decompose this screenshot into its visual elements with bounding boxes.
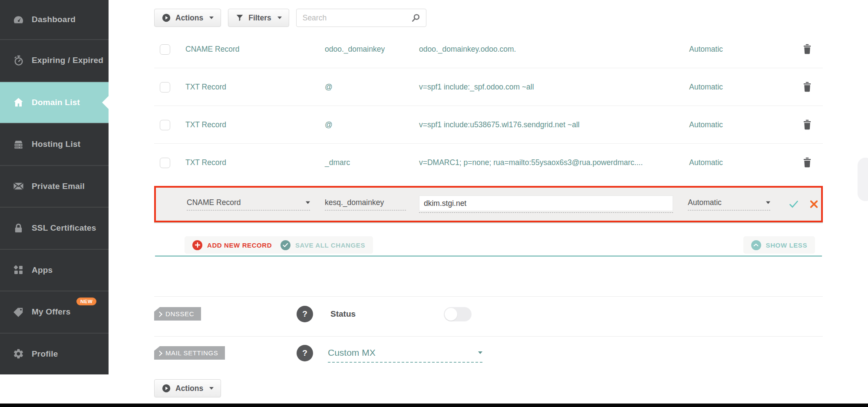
scrollbar-thumb[interactable] <box>858 158 868 201</box>
chevron-down-icon <box>478 351 482 354</box>
active-item-arrow <box>102 96 109 109</box>
record-host: _dmarc <box>325 158 350 167</box>
chevron-up-circle-icon <box>751 240 761 250</box>
table-row: CNAME Record odoo._domainkey odoo._domai… <box>154 30 823 68</box>
sidebar-item-label: Domain List <box>32 98 80 107</box>
record-type-value: CNAME Record <box>187 198 241 207</box>
sidebar-item-hosting-list[interactable]: Hosting List <box>0 123 109 165</box>
plus-circle-icon <box>192 240 202 250</box>
filter-icon <box>235 13 244 22</box>
confirm-check-icon[interactable] <box>789 200 799 208</box>
dnssec-status-label: Status <box>330 309 356 319</box>
section-divider <box>155 255 822 257</box>
home-icon <box>12 96 25 108</box>
help-icon[interactable]: ? <box>297 345 313 361</box>
toggle-knob <box>445 308 457 321</box>
record-ttl-value: Automatic <box>688 198 722 207</box>
add-new-record-button[interactable]: ADD NEW RECORD <box>185 236 280 254</box>
server-icon <box>12 139 25 150</box>
row-checkbox[interactable] <box>160 158 170 168</box>
sidebar-item-dashboard[interactable]: Dashboard <box>0 0 109 39</box>
record-ttl: Automatic <box>689 83 723 92</box>
main-content: Actions Filters CNAME Record <box>154 0 823 407</box>
cancel-x-icon[interactable] <box>810 200 818 208</box>
chevron-right-icon <box>157 351 162 356</box>
sidebar-item-label: SSL Certificates <box>32 223 96 233</box>
actions-button[interactable]: Actions <box>154 9 221 27</box>
sidebar-item-expiring[interactable]: Expiring / Expired <box>0 39 109 81</box>
sidebar-item-apps[interactable]: Apps <box>0 249 109 291</box>
trash-icon[interactable] <box>803 119 812 130</box>
show-less-label: SHOW LESS <box>766 242 807 249</box>
sidebar: Dashboard Expiring / Expired Domain List… <box>0 0 109 374</box>
row-checkbox[interactable] <box>160 120 170 130</box>
dnssec-status-toggle[interactable] <box>444 307 472 321</box>
record-value: v=spf1 include:_spf.odoo.com ~all <box>419 83 534 92</box>
record-host: @ <box>325 83 333 92</box>
chevron-down-icon <box>209 17 214 19</box>
sidebar-item-my-offers[interactable]: My Offers NEW <box>0 291 109 333</box>
mail-settings-badge-label: MAIL SETTINGS <box>165 349 218 357</box>
tag-icon <box>12 306 25 318</box>
toolbar: Actions Filters <box>154 9 426 27</box>
row-checkbox[interactable] <box>160 82 170 93</box>
record-ttl-select[interactable]: Automatic <box>688 198 770 211</box>
lock-icon <box>12 222 25 234</box>
divider <box>154 296 823 297</box>
record-type: CNAME Record <box>185 45 239 54</box>
new-badge: NEW <box>76 298 96 305</box>
sidebar-item-label: Private Email <box>32 182 85 191</box>
table-row: TXT Record @ v=spf1 include:_spf.odoo.co… <box>154 68 823 106</box>
trash-icon[interactable] <box>803 82 812 92</box>
table-row: TXT Record _dmarc v=DMARC1; p=none; rua=… <box>154 144 823 181</box>
record-type: TXT Record <box>185 83 226 92</box>
row-checkbox[interactable] <box>160 44 170 55</box>
record-host: @ <box>325 120 333 129</box>
mail-settings-select[interactable]: Custom MX <box>328 347 482 363</box>
record-value-field <box>419 195 673 213</box>
trash-icon[interactable] <box>803 44 812 54</box>
dns-record-edit-row: CNAME Record kesq._domainkey Automatic <box>154 186 823 222</box>
sidebar-item-label: My Offers <box>32 307 70 317</box>
record-value: odoo._domainkey.odoo.com. <box>419 45 516 54</box>
record-type-select[interactable]: CNAME Record <box>187 198 310 211</box>
sidebar-item-private-email[interactable]: Private Email <box>0 165 109 207</box>
play-circle-icon <box>162 13 171 23</box>
sidebar-item-label: Profile <box>32 349 58 359</box>
chevron-right-icon <box>157 311 162 317</box>
edit-row-bottom-border <box>154 222 823 223</box>
table-row: TXT Record @ v=spf1 include:u538675.wl17… <box>154 106 823 144</box>
sidebar-item-label: Dashboard <box>32 15 76 24</box>
dnssec-badge-label: DNSSEC <box>165 310 194 318</box>
save-all-changes-button[interactable]: SAVE ALL CHANGES <box>273 236 373 254</box>
trash-icon[interactable] <box>803 157 812 168</box>
show-less-button[interactable]: SHOW LESS <box>743 236 815 254</box>
record-value: v=spf1 include:u538675.wl176.sendgrid.ne… <box>419 120 580 129</box>
search-input[interactable] <box>297 9 426 26</box>
bottom-actions-button[interactable]: Actions <box>154 379 221 397</box>
stopwatch-icon <box>12 55 25 66</box>
add-new-record-label: ADD NEW RECORD <box>207 242 272 249</box>
dns-records-table: CNAME Record odoo._domainkey odoo._domai… <box>154 30 823 181</box>
chevron-down-icon <box>306 201 310 204</box>
search-box <box>296 9 426 27</box>
record-host-field[interactable]: kesq._domainkey <box>325 198 406 211</box>
chevron-down-icon <box>209 387 214 390</box>
save-all-changes-label: SAVE ALL CHANGES <box>295 242 365 249</box>
play-circle-icon <box>162 384 171 393</box>
dashboard-icon <box>12 14 25 26</box>
record-ttl: Automatic <box>689 158 723 167</box>
sidebar-item-ssl-certificates[interactable]: SSL Certificates <box>0 207 109 249</box>
bottom-bar <box>0 404 868 407</box>
record-ttl: Automatic <box>689 45 723 54</box>
help-icon[interactable]: ? <box>297 306 313 322</box>
app-window: Dashboard Expiring / Expired Domain List… <box>0 0 868 407</box>
sidebar-item-domain-list[interactable]: Domain List <box>0 81 109 123</box>
chevron-down-icon <box>277 17 282 19</box>
record-type: TXT Record <box>185 120 226 129</box>
filters-button[interactable]: Filters <box>228 9 289 27</box>
record-value: v=DMARC1; p=none; rua=mailto:55ysaox6s3@… <box>419 158 643 167</box>
record-type: TXT Record <box>185 158 226 167</box>
sidebar-item-profile[interactable]: Profile <box>0 333 109 375</box>
record-value-input[interactable] <box>419 195 673 211</box>
